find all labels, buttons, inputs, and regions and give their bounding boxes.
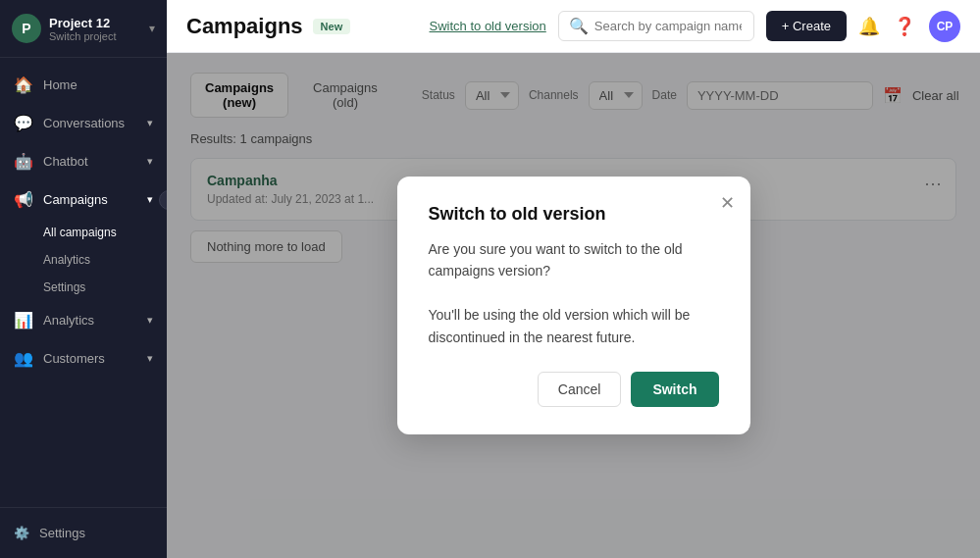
notifications-icon[interactable]: 🔔 bbox=[858, 16, 880, 37]
sidebar-item-customers[interactable]: 👥 Customers ▾ bbox=[0, 339, 167, 378]
sidebar-header[interactable]: P Project 12 Switch project ▾ bbox=[0, 0, 167, 58]
sidebar-item-analytics[interactable]: 📊 Analytics ▾ bbox=[0, 301, 167, 339]
modal-body: Are you sure you want to switch to the o… bbox=[429, 238, 719, 348]
sidebar-bottom: ⚙️ Settings bbox=[0, 507, 167, 558]
sidebar-item-chatbot[interactable]: 🤖 Chatbot ▾ bbox=[0, 142, 167, 180]
modal-actions: Cancel Switch bbox=[429, 372, 719, 407]
customers-icon: 👥 bbox=[14, 349, 33, 368]
topbar-icons: 🔔 ❓ CP bbox=[858, 11, 960, 42]
content-area: Campaigns (new) Campaigns (old) Status A… bbox=[167, 53, 980, 558]
conversations-icon: 💬 bbox=[14, 114, 33, 132]
sidebar-project-info: Project 12 Switch project bbox=[49, 16, 116, 42]
settings-icon: ⚙️ bbox=[14, 526, 29, 540]
analytics-label: Analytics bbox=[43, 253, 90, 267]
chatbot-icon: 🤖 bbox=[14, 152, 33, 171]
switch-to-old-version-button[interactable]: Switch to old version bbox=[430, 19, 546, 33]
modal-body-line2: You'll be using the old version which wi… bbox=[429, 304, 719, 348]
search-icon: 🔍 bbox=[569, 17, 589, 35]
sidebar-project-name: Project 12 bbox=[49, 16, 116, 30]
sidebar-sub-settings[interactable]: Settings bbox=[0, 274, 167, 301]
modal-body-line1: Are you sure you want to switch to the o… bbox=[429, 238, 719, 282]
sidebar-item-campaigns-label: Campaigns bbox=[43, 192, 108, 207]
chevron-right-icon: ▾ bbox=[147, 155, 153, 168]
switch-button[interactable]: Switch bbox=[631, 372, 718, 407]
sidebar-nav: 🏠 Home 💬 Conversations ▾ 🤖 Chatbot ▾ 📢 C… bbox=[0, 58, 167, 507]
home-icon: 🏠 bbox=[14, 76, 33, 94]
chevron-right-icon: ▾ bbox=[147, 314, 153, 327]
search-box: 🔍 bbox=[558, 11, 754, 41]
help-icon[interactable]: ❓ bbox=[894, 16, 915, 37]
sidebar-sub-analytics[interactable]: Analytics bbox=[0, 246, 167, 274]
sidebar-item-campaigns[interactable]: 📢 Campaigns ▾ ‹ bbox=[0, 180, 167, 219]
sidebar-item-home-label: Home bbox=[43, 77, 77, 92]
chevron-down-icon: ▾ bbox=[147, 193, 153, 206]
avatar[interactable]: CP bbox=[929, 11, 960, 42]
chevron-right-icon: ▾ bbox=[147, 117, 153, 129]
main-content: Campaigns New Switch to old version 🔍 + … bbox=[167, 0, 980, 558]
sidebar-item-conversations[interactable]: 💬 Conversations ▾ bbox=[0, 104, 167, 142]
analytics-icon: 📊 bbox=[14, 311, 33, 330]
campaigns-icon: 📢 bbox=[14, 190, 33, 209]
settings-sub-label: Settings bbox=[43, 280, 85, 294]
chevron-down-icon: ▾ bbox=[149, 22, 155, 35]
sidebar-settings-label: Settings bbox=[39, 526, 85, 540]
new-badge: New bbox=[313, 19, 351, 34]
collapse-sidebar-button[interactable]: ‹ bbox=[159, 190, 167, 210]
sidebar-item-home[interactable]: 🏠 Home bbox=[0, 66, 167, 104]
modal-title: Switch to old version bbox=[429, 204, 719, 225]
modal-overlay: Switch to old version ✕ Are you sure you… bbox=[167, 53, 980, 558]
sidebar-item-settings[interactable]: ⚙️ Settings bbox=[14, 518, 153, 548]
modal-close-button[interactable]: ✕ bbox=[720, 192, 735, 214]
page-title-area: Campaigns New bbox=[186, 14, 418, 39]
sidebar: P Project 12 Switch project ▾ 🏠 Home 💬 C… bbox=[0, 0, 167, 558]
sidebar-item-chatbot-label: Chatbot bbox=[43, 154, 88, 169]
create-button[interactable]: + Create bbox=[766, 11, 847, 41]
sidebar-item-analytics-label: Analytics bbox=[43, 313, 94, 328]
sidebar-sub-all-campaigns[interactable]: All campaigns bbox=[0, 219, 167, 246]
page-title: Campaigns bbox=[186, 14, 303, 39]
sidebar-item-conversations-label: Conversations bbox=[43, 116, 125, 130]
topbar: Campaigns New Switch to old version 🔍 + … bbox=[167, 0, 980, 53]
search-input[interactable] bbox=[594, 19, 742, 33]
cancel-button[interactable]: Cancel bbox=[538, 372, 622, 407]
all-campaigns-label: All campaigns bbox=[43, 226, 117, 239]
switch-version-modal: Switch to old version ✕ Are you sure you… bbox=[397, 177, 750, 434]
sidebar-project-sub: Switch project bbox=[49, 30, 116, 42]
sidebar-logo-icon: P bbox=[12, 14, 41, 43]
chevron-right-icon: ▾ bbox=[147, 352, 153, 365]
sidebar-item-customers-label: Customers bbox=[43, 351, 105, 366]
